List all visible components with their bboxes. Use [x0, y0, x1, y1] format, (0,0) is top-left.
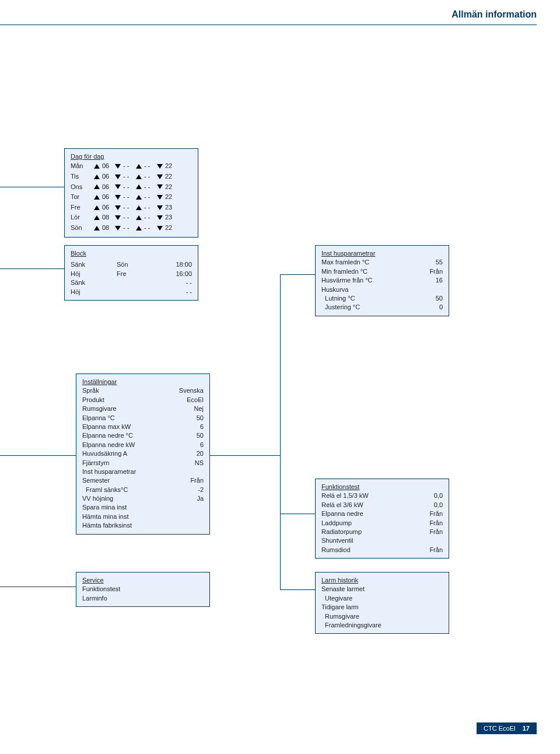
- list-row: RumsgivareNej: [82, 404, 204, 413]
- value: 22: [165, 172, 176, 182]
- triangle-up-icon: [94, 164, 100, 169]
- row-label: VV höjning: [82, 494, 113, 503]
- list-line: Utegivare: [321, 594, 443, 603]
- list-row: HöjFre16:00: [71, 270, 192, 278]
- footer-page-number: 17: [523, 725, 530, 732]
- list-row: Höj- -: [71, 288, 192, 296]
- row-value: 16: [436, 276, 443, 285]
- funktionstest-title: Funktionstest: [321, 483, 443, 491]
- row-value: Från: [429, 528, 443, 536]
- triangle-down-icon: [157, 215, 163, 220]
- list-row: Relä el 1,5/3 kW0,0: [321, 491, 443, 500]
- connector-line: [280, 274, 315, 275]
- list-row: RumsdiodFrån: [321, 546, 443, 554]
- triangle-down-icon: [157, 174, 163, 179]
- row-value: 50: [197, 431, 204, 440]
- day-label: Lör: [71, 212, 92, 223]
- row-label: Elpanna max kW: [82, 423, 131, 431]
- list-row: Huskurva: [321, 285, 443, 294]
- triangle-up-icon: [94, 226, 100, 231]
- value: - -: [123, 192, 134, 203]
- row-label: Sänk: [71, 260, 106, 269]
- footer-bar: CTC EcoEl 17: [477, 722, 537, 734]
- row-value: 16:00: [157, 270, 192, 278]
- connector-line: [280, 274, 281, 589]
- footer-product: CTC EcoEl: [484, 725, 515, 732]
- value: 06: [102, 192, 113, 203]
- list-row: Elpanna max kW6: [82, 423, 204, 431]
- connector-line: [210, 455, 280, 456]
- row-label: Husvärme från °C: [321, 276, 373, 285]
- row-label: Spara mina inst: [82, 503, 127, 512]
- row-value: -2: [198, 486, 204, 494]
- value: 23: [165, 212, 176, 223]
- triangle-up-icon: [136, 205, 142, 210]
- schedule-row: Mån06- -- -22: [71, 161, 192, 172]
- value: - -: [123, 182, 134, 193]
- triangle-down-icon: [115, 226, 121, 231]
- list-row: Elpanna nedreFrån: [321, 509, 443, 518]
- row-mid: [117, 288, 146, 296]
- list-row: LaddpumpFrån: [321, 519, 443, 528]
- row-label: Justering °C: [321, 303, 360, 312]
- list-row: FjärrstyrnNS: [82, 459, 204, 467]
- connector-line: [0, 268, 64, 269]
- triangle-down-icon: [157, 164, 163, 169]
- row-value: EcoEl: [187, 396, 204, 404]
- row-label: Rumsgivare: [82, 404, 117, 413]
- triangle-up-icon: [136, 215, 142, 220]
- list-row: Min framledn °CFrån: [321, 267, 443, 276]
- triangle-down-icon: [157, 184, 163, 189]
- row-label: Huskurva: [321, 285, 348, 294]
- value: 22: [165, 192, 176, 203]
- value: 23: [165, 203, 176, 213]
- row-value: Från: [429, 267, 443, 276]
- funktionstest-box: Funktionstest Relä el 1,5/3 kW0,0Relä el…: [315, 479, 449, 558]
- larm-historik-box: Larm historik Senaste larmet UtegivareTi…: [315, 572, 449, 634]
- row-label: Huvudsäkring A: [82, 449, 127, 458]
- list-row: Relä el 3/6 kW0,0: [321, 501, 443, 509]
- row-label: Max framledn °C: [321, 258, 369, 267]
- triangle-down-icon: [115, 205, 121, 210]
- value: - -: [144, 212, 155, 223]
- value: 06: [102, 161, 113, 172]
- value: 06: [102, 182, 113, 193]
- list-row: SemesterFrån: [82, 476, 204, 485]
- row-label: Shuntventil: [321, 536, 353, 545]
- list-line: Framledningsgivare: [321, 621, 443, 630]
- value: 06: [102, 203, 113, 213]
- list-row: Hämta mina inst: [82, 512, 204, 521]
- schedule-row: Ons06- -- -22: [71, 182, 192, 193]
- list-row: SänkSön18:00: [71, 260, 192, 269]
- triangle-up-icon: [94, 195, 100, 200]
- triangle-down-icon: [115, 174, 121, 179]
- row-mid: Sön: [117, 260, 146, 269]
- triangle-up-icon: [94, 215, 100, 220]
- schedule-row: Sön08- -- -22: [71, 223, 192, 233]
- row-value: Från: [190, 476, 204, 485]
- value: 06: [102, 172, 113, 182]
- connector-line: [0, 187, 64, 187]
- value: - -: [144, 203, 155, 213]
- row-label: Framl sänks°C: [82, 486, 128, 494]
- list-row: Husvärme från °C16: [321, 276, 443, 285]
- list-line: Larminfo: [82, 594, 204, 603]
- row-value: Från: [429, 509, 443, 518]
- triangle-up-icon: [136, 184, 142, 189]
- list-line: Senaste larmet: [321, 585, 443, 594]
- value: 22: [165, 223, 176, 233]
- list-row: Spara mina inst: [82, 503, 204, 512]
- dag-for-dag-box: Dag för dag Mån06- -- -22Tis06- -- -22On…: [64, 148, 198, 238]
- row-label: Lutning °C: [321, 294, 355, 303]
- block-box: Block SänkSön18:00HöjFre16:00Sänk- -Höj-…: [64, 245, 198, 301]
- row-label: Höj: [71, 288, 106, 296]
- row-label: Radiatorpump: [321, 528, 362, 536]
- day-label: Tor: [71, 192, 92, 203]
- value: 22: [165, 161, 176, 172]
- value: - -: [144, 223, 155, 233]
- row-label: Produkt: [82, 396, 104, 404]
- value: - -: [144, 182, 155, 193]
- row-value: 55: [436, 258, 443, 267]
- value: - -: [123, 203, 134, 213]
- row-label: Hämta mina inst: [82, 512, 128, 521]
